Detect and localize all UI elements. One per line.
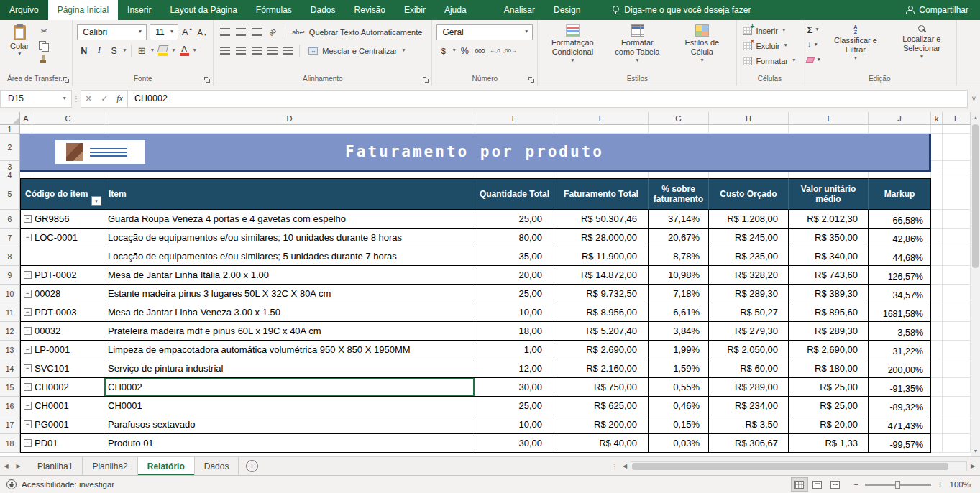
cell-code[interactable]: −LP-0001	[20, 341, 104, 359]
name-box-splitter[interactable]	[72, 95, 81, 103]
chevron-down-icon[interactable]	[452, 48, 456, 53]
enter-icon[interactable]	[96, 90, 112, 108]
cell[interactable]	[943, 434, 971, 453]
cell-code[interactable]: −LOC-0001	[20, 229, 104, 247]
row-header-5[interactable]: 5	[0, 178, 20, 210]
cell-item[interactable]: Guarda Roupa Veneza 4 portas e 4 gavetas…	[104, 210, 475, 229]
cell-qty[interactable]: 35,00	[475, 247, 554, 266]
cell[interactable]	[649, 125, 709, 134]
cell-code[interactable]: −CH0001	[20, 397, 104, 415]
cell-unit[interactable]: R$ 2.012,30	[789, 210, 869, 229]
horizontal-scroll-track[interactable]	[631, 461, 967, 471]
cell-unit[interactable]: R$ 25,00	[789, 397, 869, 415]
cell-total[interactable]: R$ 9.732,50	[554, 285, 649, 303]
cell-unit[interactable]: R$ 743,60	[789, 266, 869, 285]
cell[interactable]	[943, 415, 971, 434]
cell-pct[interactable]: 0,46%	[649, 397, 709, 415]
decrease-indent-icon[interactable]	[267, 47, 278, 55]
select-all-corner[interactable]	[0, 112, 20, 125]
cell-qty[interactable]: 25,00	[475, 210, 554, 229]
align-right-icon[interactable]	[252, 47, 262, 55]
chevron-down-icon[interactable]	[193, 48, 197, 53]
cell[interactable]	[931, 210, 943, 229]
page-break-view-button[interactable]	[827, 477, 844, 492]
cell-markup[interactable]: 34,57%	[869, 285, 931, 303]
cell[interactable]	[943, 322, 971, 341]
cell[interactable]	[104, 125, 475, 134]
row-header-2[interactable]: 2	[0, 134, 20, 161]
accounting-format-button[interactable]	[436, 43, 450, 58]
header-custo-orcado[interactable]: Custo Orçado	[709, 178, 789, 210]
cell[interactable]	[104, 172, 475, 178]
outline-collapse-icon[interactable]: −	[24, 364, 32, 372]
dialog-launcher-icon[interactable]	[528, 76, 535, 83]
formula-bar-expand-icon[interactable]	[968, 90, 980, 108]
format-as-table-button[interactable]: Formatar como Tabela	[605, 23, 669, 65]
row-header-7[interactable]: 7	[0, 229, 20, 247]
cell-code[interactable]: −GR9856	[20, 210, 104, 229]
row-header-9[interactable]: 9	[0, 266, 20, 285]
increase-indent-icon[interactable]	[283, 47, 293, 55]
cell-pct[interactable]: 20,67%	[649, 229, 709, 247]
cell[interactable]	[475, 125, 554, 134]
column-header-c[interactable]: C	[32, 112, 104, 125]
cell-pct[interactable]: 1,99%	[649, 341, 709, 359]
cell-cost[interactable]: R$ 235,00	[709, 247, 789, 266]
row-header-11[interactable]: 11	[0, 303, 20, 322]
insert-cells-button[interactable]: Inserir	[743, 24, 796, 37]
comma-style-button[interactable]: 000	[473, 43, 487, 58]
ribbon-tab-design[interactable]: Design	[544, 0, 590, 20]
underline-button[interactable]: S	[107, 43, 121, 58]
autosum-button[interactable]: Σ	[807, 23, 820, 36]
cell[interactable]	[931, 397, 943, 415]
cell[interactable]	[943, 359, 971, 378]
cell-markup[interactable]: 126,57%	[869, 266, 931, 285]
cell-item[interactable]: Serviço de pintura industrial	[104, 359, 475, 378]
fill-color-button[interactable]	[156, 43, 170, 58]
find-select-button[interactable]: Localizar e Selecionar	[890, 23, 953, 61]
cell[interactable]	[931, 178, 943, 210]
active-cell[interactable]: CH0002	[104, 378, 475, 397]
cell-markup[interactable]: 1681,58%	[869, 303, 931, 322]
cell[interactable]	[943, 285, 971, 303]
normal-view-button[interactable]	[791, 477, 808, 492]
vertical-scrollbar[interactable]	[971, 112, 980, 456]
cell-markup[interactable]: 200,00%	[869, 359, 931, 378]
ribbon-tab-formulas[interactable]: Fórmulas	[247, 0, 301, 20]
cell[interactable]	[943, 161, 971, 172]
cell[interactable]	[931, 378, 943, 397]
cell-cost[interactable]: R$ 2.050,00	[709, 341, 789, 359]
font-name-select[interactable]: Calibri	[77, 24, 147, 40]
cell[interactable]	[931, 247, 943, 266]
sheet-nav-left-icon[interactable]	[0, 457, 12, 475]
cell[interactable]	[554, 125, 649, 134]
zoom-slider-thumb[interactable]	[895, 481, 900, 489]
cell-total[interactable]: R$ 8.956,00	[554, 303, 649, 322]
increase-font-size-button[interactable]	[180, 24, 193, 40]
wrap-text-button[interactable]: Quebrar Texto Automaticamente	[287, 28, 427, 37]
cancel-icon[interactable]	[81, 90, 96, 108]
cell-pct[interactable]: 0,03%	[649, 434, 709, 453]
column-header-l[interactable]: L	[943, 112, 971, 125]
chevron-down-icon[interactable]	[122, 48, 127, 53]
row-header-16[interactable]: 16	[0, 397, 20, 415]
dialog-launcher-icon[interactable]	[203, 76, 211, 83]
cell-qty[interactable]: 10,00	[475, 415, 554, 434]
cell-code[interactable]: −PG0001	[20, 415, 104, 434]
tab-splitter-handle[interactable]	[610, 463, 619, 470]
outline-collapse-icon[interactable]: −	[24, 271, 32, 279]
page-layout-view-button[interactable]	[809, 477, 826, 492]
header-item[interactable]: Item	[104, 178, 475, 210]
cell[interactable]	[475, 172, 554, 178]
cell[interactable]	[931, 434, 943, 453]
cell[interactable]	[943, 229, 971, 247]
cell-total[interactable]: R$ 2.160,00	[554, 359, 649, 378]
cell-item[interactable]: Mesa de Jantar Linha Itália 2.00 x 1.00	[104, 266, 475, 285]
cell-pct[interactable]: 1,59%	[649, 359, 709, 378]
outline-collapse-icon[interactable]: −	[24, 420, 32, 428]
chevron-down-icon[interactable]	[171, 48, 175, 53]
zoom-in-button[interactable]	[938, 479, 943, 489]
header-markup[interactable]: Markup	[869, 178, 931, 210]
cell[interactable]	[931, 341, 943, 359]
delete-cells-button[interactable]: Excluir	[743, 39, 796, 52]
